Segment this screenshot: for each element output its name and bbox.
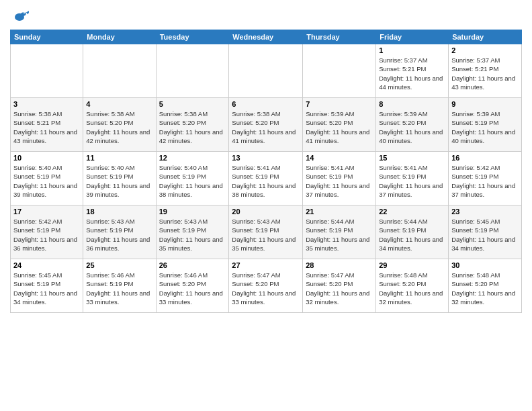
day-details: Sunrise: 5:41 AM Sunset: 5:19 PM Dayligh…	[232, 163, 300, 199]
calendar-cell	[11, 44, 83, 98]
day-details: Sunrise: 5:47 AM Sunset: 5:20 PM Dayligh…	[232, 271, 300, 306]
calendar-cell: 3Sunrise: 5:38 AM Sunset: 5:21 PM Daylig…	[11, 98, 83, 152]
day-number: 9	[451, 100, 519, 108]
day-details: Sunrise: 5:44 AM Sunset: 5:19 PM Dayligh…	[306, 217, 373, 253]
calendar-cell: 17Sunrise: 5:42 AM Sunset: 5:19 PM Dayli…	[11, 205, 83, 259]
weekday-header-monday: Monday	[83, 30, 156, 44]
day-number: 1	[379, 46, 445, 54]
calendar-cell: 22Sunrise: 5:44 AM Sunset: 5:19 PM Dayli…	[376, 205, 449, 259]
calendar-cell: 11Sunrise: 5:40 AM Sunset: 5:19 PM Dayli…	[83, 152, 156, 205]
calendar-cell: 8Sunrise: 5:39 AM Sunset: 5:20 PM Daylig…	[376, 98, 449, 152]
day-details: Sunrise: 5:38 AM Sunset: 5:21 PM Dayligh…	[13, 109, 80, 145]
calendar-week-4: 17Sunrise: 5:42 AM Sunset: 5:19 PM Dayli…	[11, 205, 522, 259]
calendar-cell: 24Sunrise: 5:45 AM Sunset: 5:19 PM Dayli…	[11, 259, 83, 313]
day-number: 16	[451, 154, 519, 162]
calendar-cell	[83, 44, 156, 98]
day-number: 19	[159, 208, 226, 216]
day-number: 5	[159, 100, 226, 108]
calendar-cell: 1Sunrise: 5:37 AM Sunset: 5:21 PM Daylig…	[376, 44, 449, 98]
day-number: 17	[13, 208, 80, 216]
calendar-cell: 16Sunrise: 5:42 AM Sunset: 5:19 PM Dayli…	[449, 152, 522, 205]
day-details: Sunrise: 5:42 AM Sunset: 5:19 PM Dayligh…	[451, 163, 519, 199]
day-details: Sunrise: 5:43 AM Sunset: 5:19 PM Dayligh…	[159, 217, 226, 253]
day-number: 29	[379, 261, 445, 269]
calendar-cell	[156, 44, 229, 98]
day-number: 28	[306, 261, 373, 269]
day-details: Sunrise: 5:41 AM Sunset: 5:19 PM Dayligh…	[379, 163, 445, 199]
svg-point-3	[24, 12, 25, 13]
day-number: 14	[306, 154, 373, 162]
calendar-cell: 12Sunrise: 5:40 AM Sunset: 5:19 PM Dayli…	[156, 152, 229, 205]
calendar-header: SundayMondayTuesdayWednesdayThursdayFrid…	[11, 30, 522, 44]
day-number: 21	[306, 208, 373, 216]
calendar-cell: 6Sunrise: 5:38 AM Sunset: 5:20 PM Daylig…	[229, 98, 303, 152]
calendar-cell: 18Sunrise: 5:43 AM Sunset: 5:19 PM Dayli…	[83, 205, 156, 259]
day-number: 11	[86, 154, 152, 162]
calendar-cell: 28Sunrise: 5:47 AM Sunset: 5:20 PM Dayli…	[303, 259, 376, 313]
weekday-header-sunday: Sunday	[11, 30, 83, 44]
calendar-cell	[303, 44, 376, 98]
calendar-cell: 20Sunrise: 5:43 AM Sunset: 5:19 PM Dayli…	[229, 205, 303, 259]
day-number: 18	[86, 208, 152, 216]
day-number: 12	[159, 154, 226, 162]
calendar-week-3: 10Sunrise: 5:40 AM Sunset: 5:19 PM Dayli…	[11, 152, 522, 205]
day-number: 4	[86, 100, 152, 108]
day-details: Sunrise: 5:38 AM Sunset: 5:20 PM Dayligh…	[86, 109, 152, 145]
calendar-cell: 5Sunrise: 5:38 AM Sunset: 5:20 PM Daylig…	[156, 98, 229, 152]
day-details: Sunrise: 5:41 AM Sunset: 5:19 PM Dayligh…	[306, 163, 373, 199]
weekday-header-thursday: Thursday	[303, 30, 376, 44]
weekday-header-saturday: Saturday	[449, 30, 522, 44]
day-details: Sunrise: 5:45 AM Sunset: 5:19 PM Dayligh…	[451, 217, 519, 253]
day-details: Sunrise: 5:37 AM Sunset: 5:21 PM Dayligh…	[451, 56, 519, 91]
calendar-cell	[229, 44, 303, 98]
calendar-cell: 30Sunrise: 5:48 AM Sunset: 5:20 PM Dayli…	[449, 259, 522, 313]
calendar-cell: 25Sunrise: 5:46 AM Sunset: 5:19 PM Dayli…	[83, 259, 156, 313]
day-details: Sunrise: 5:39 AM Sunset: 5:20 PM Dayligh…	[379, 109, 445, 145]
page-header	[10, 7, 522, 26]
day-details: Sunrise: 5:39 AM Sunset: 5:19 PM Dayligh…	[451, 109, 519, 145]
day-number: 24	[13, 261, 80, 269]
weekday-header-tuesday: Tuesday	[156, 30, 229, 44]
day-details: Sunrise: 5:37 AM Sunset: 5:21 PM Dayligh…	[379, 56, 445, 91]
day-details: Sunrise: 5:43 AM Sunset: 5:19 PM Dayligh…	[232, 217, 300, 253]
day-number: 7	[306, 100, 373, 108]
day-details: Sunrise: 5:46 AM Sunset: 5:19 PM Dayligh…	[86, 271, 152, 306]
day-details: Sunrise: 5:46 AM Sunset: 5:20 PM Dayligh…	[159, 271, 226, 306]
calendar-cell: 7Sunrise: 5:39 AM Sunset: 5:20 PM Daylig…	[303, 98, 376, 152]
calendar-cell: 15Sunrise: 5:41 AM Sunset: 5:19 PM Dayli…	[376, 152, 449, 205]
calendar-cell: 13Sunrise: 5:41 AM Sunset: 5:19 PM Dayli…	[229, 152, 303, 205]
calendar-cell: 2Sunrise: 5:37 AM Sunset: 5:21 PM Daylig…	[449, 44, 522, 98]
day-details: Sunrise: 5:40 AM Sunset: 5:19 PM Dayligh…	[159, 163, 226, 199]
day-number: 20	[232, 208, 300, 216]
day-number: 30	[451, 261, 519, 269]
calendar-cell: 4Sunrise: 5:38 AM Sunset: 5:20 PM Daylig…	[83, 98, 156, 152]
calendar-cell: 27Sunrise: 5:47 AM Sunset: 5:20 PM Dayli…	[229, 259, 303, 313]
day-number: 8	[379, 100, 445, 108]
weekday-header-wednesday: Wednesday	[229, 30, 303, 44]
day-details: Sunrise: 5:44 AM Sunset: 5:19 PM Dayligh…	[379, 217, 445, 253]
calendar-week-2: 3Sunrise: 5:38 AM Sunset: 5:21 PM Daylig…	[11, 98, 522, 152]
day-number: 15	[379, 154, 445, 162]
day-details: Sunrise: 5:48 AM Sunset: 5:20 PM Dayligh…	[451, 271, 519, 306]
day-number: 10	[13, 154, 80, 162]
calendar-cell: 9Sunrise: 5:39 AM Sunset: 5:19 PM Daylig…	[449, 98, 522, 152]
calendar-week-5: 24Sunrise: 5:45 AM Sunset: 5:19 PM Dayli…	[11, 259, 522, 313]
day-details: Sunrise: 5:47 AM Sunset: 5:20 PM Dayligh…	[306, 271, 373, 306]
page-container: SundayMondayTuesdayWednesdayThursdayFrid…	[0, 0, 532, 320]
weekday-header-friday: Friday	[376, 30, 449, 44]
logo-bird-icon	[10, 7, 29, 26]
calendar-cell: 29Sunrise: 5:48 AM Sunset: 5:20 PM Dayli…	[376, 259, 449, 313]
calendar-cell: 10Sunrise: 5:40 AM Sunset: 5:19 PM Dayli…	[11, 152, 83, 205]
day-details: Sunrise: 5:40 AM Sunset: 5:19 PM Dayligh…	[86, 163, 152, 199]
day-details: Sunrise: 5:40 AM Sunset: 5:19 PM Dayligh…	[13, 163, 80, 199]
weekday-header-row: SundayMondayTuesdayWednesdayThursdayFrid…	[11, 30, 522, 44]
day-number: 25	[86, 261, 152, 269]
day-number: 13	[232, 154, 300, 162]
calendar-cell: 23Sunrise: 5:45 AM Sunset: 5:19 PM Dayli…	[449, 205, 522, 259]
day-details: Sunrise: 5:42 AM Sunset: 5:19 PM Dayligh…	[13, 217, 80, 253]
day-number: 3	[13, 100, 80, 108]
day-details: Sunrise: 5:43 AM Sunset: 5:19 PM Dayligh…	[86, 217, 152, 253]
day-number: 6	[232, 100, 300, 108]
day-details: Sunrise: 5:38 AM Sunset: 5:20 PM Dayligh…	[159, 109, 226, 145]
calendar-table: SundayMondayTuesdayWednesdayThursdayFrid…	[10, 30, 522, 313]
